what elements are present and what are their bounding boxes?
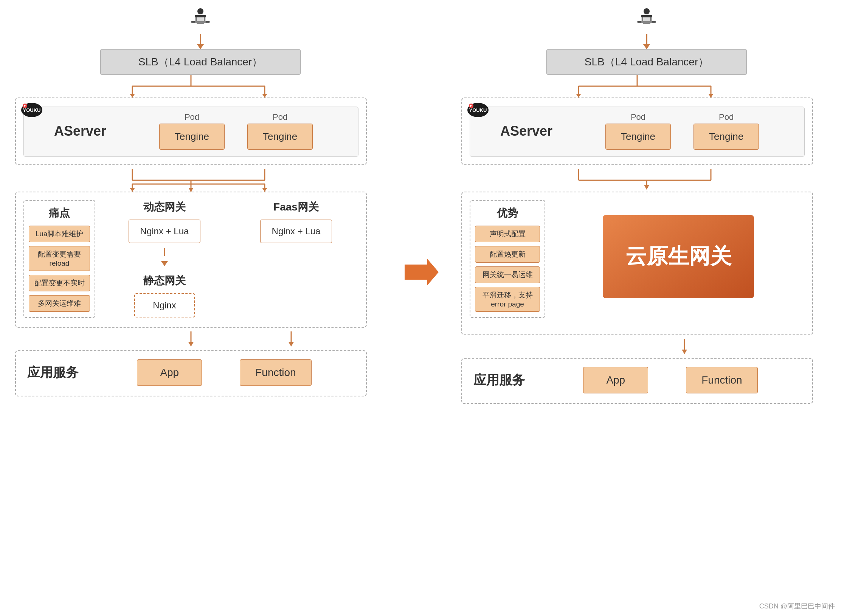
left-faas-gateway-title: Faas网关 [273, 200, 319, 214]
right-aserver-label: AServer [500, 123, 552, 139]
right-advantage-item-0: 声明式配置 [475, 226, 540, 242]
left-pain-item-2: 配置变更不实时 [29, 275, 90, 291]
left-slb-box: SLB（L4 Load Balancer） [100, 49, 301, 75]
right-advantage-title: 优势 [475, 206, 540, 220]
left-function-box: Function [240, 359, 311, 386]
left-youku-logo: YOUKU [20, 102, 43, 119]
right-cloud-gateway-text: 云原生网关 [618, 235, 739, 279]
right-pod2-label: Pod [719, 112, 734, 122]
right-user-icon [633, 8, 660, 33]
svg-text:YOUKU: YOUKU [23, 107, 41, 113]
left-appservice-label: 应用服务 [27, 364, 79, 381]
svg-marker-30 [188, 342, 194, 347]
right-advantage-box: 优势 声明式配置 配置热更新 网关统一易运维 平滑迁移，支持error page [470, 200, 545, 318]
svg-marker-32 [289, 342, 294, 347]
svg-marker-45 [576, 94, 581, 98]
svg-marker-26 [130, 188, 135, 192]
left-tengine2: Tengine [247, 124, 313, 150]
left-pod2: Pod Tengine [247, 112, 313, 150]
right-tengine1: Tengine [605, 124, 671, 150]
right-appservice-label: 应用服务 [473, 371, 525, 389]
svg-marker-33 [405, 259, 439, 285]
right-advantage-item-2: 网关统一易运维 [475, 266, 540, 283]
left-pain-box: 痛点 Lua脚本难维护 配置变更需要reload 配置变更不实时 多网关运维难 [23, 200, 95, 318]
right-panel: SLB（L4 Load Balancer） YOUKU [461, 8, 832, 404]
svg-marker-46 [708, 94, 714, 98]
right-pod2: Pod Tengine [694, 112, 759, 150]
right-tengine2: Tengine [694, 124, 759, 150]
left-pain-item-0: Lua脚本难维护 [29, 226, 90, 242]
right-youku-logo: YOUKU [467, 102, 489, 119]
svg-rect-39 [643, 23, 650, 24]
svg-text:YOUKU: YOUKU [469, 107, 487, 113]
svg-marker-11 [130, 94, 135, 98]
right-app-box: App [583, 367, 648, 393]
left-pain-item-3: 多网关运维难 [29, 295, 90, 312]
left-aserver-label: AServer [54, 123, 106, 139]
svg-marker-57 [682, 350, 687, 354]
svg-rect-6 [195, 17, 206, 23]
svg-marker-55 [644, 185, 649, 190]
left-static-gateway-title: 静态网关 [143, 274, 186, 288]
svg-marker-12 [262, 94, 267, 98]
left-pod1: Pod Tengine [159, 112, 225, 150]
left-user-icon [187, 8, 214, 33]
left-pod1-label: Pod [185, 112, 199, 122]
right-slb-box: SLB（L4 Load Balancer） [546, 49, 747, 75]
left-dynamic-gateway-title: 动态网关 [143, 200, 186, 214]
transform-arrow [401, 257, 439, 289]
svg-point-34 [644, 8, 650, 14]
right-cloud-gateway-box: 云原生网关 [603, 215, 754, 298]
right-advantage-item-1: 配置热更新 [475, 246, 540, 263]
svg-marker-27 [188, 188, 194, 192]
left-tengine1: Tengine [159, 124, 225, 150]
right-advantage-item-3: 平滑迁移，支持error page [475, 287, 540, 312]
svg-rect-5 [197, 23, 204, 24]
svg-marker-28 [262, 188, 267, 192]
left-faas-gateway-box: Nginx + Lua [260, 220, 332, 243]
right-function-box: Function [686, 367, 757, 393]
watermark: CSDN @阿里巴巴中间件 [759, 602, 835, 611]
full-layout: SLB（L4 Load Balancer） [0, 0, 844, 616]
svg-rect-40 [641, 17, 652, 23]
left-dynamic-gateway-box: Nginx + Lua [129, 220, 201, 243]
left-app-box: App [137, 359, 202, 386]
left-pain-item-1: 配置变更需要reload [29, 246, 90, 271]
left-pain-title: 痛点 [29, 206, 90, 220]
left-pod2-label: Pod [273, 112, 287, 122]
right-pod1: Pod Tengine [605, 112, 671, 150]
right-pod1-label: Pod [631, 112, 645, 122]
left-panel: SLB（L4 Load Balancer） [15, 8, 386, 396]
svg-point-0 [197, 8, 203, 14]
left-static-gateway-box: Nginx [134, 293, 195, 317]
